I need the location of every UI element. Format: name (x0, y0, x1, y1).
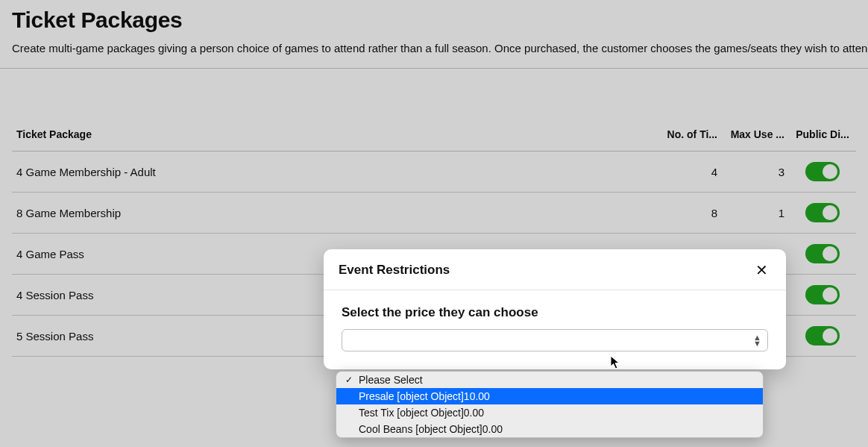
price-option[interactable]: Presale [object Object]10.00 (336, 388, 763, 404)
toggle-knob (823, 164, 837, 179)
cell-public-toggle (789, 275, 856, 316)
price-option[interactable]: ✓Please Select (336, 372, 763, 388)
cell-name: 8 Game Membership (12, 193, 662, 234)
public-toggle[interactable] (805, 326, 840, 346)
public-toggle[interactable] (805, 203, 840, 222)
page-title: Ticket Packages (12, 7, 856, 33)
modal-body: Select the price they can choose ▲▼ ✓Ple… (324, 290, 786, 369)
public-toggle[interactable] (805, 162, 840, 181)
toggle-knob (823, 205, 837, 220)
cell-public-toggle (789, 234, 856, 275)
page: Ticket Packages Create multi-game packag… (0, 0, 868, 447)
modal-header: Event Restrictions ✕ (324, 249, 786, 290)
table-row[interactable]: 4 Game Membership - Adult43 (12, 151, 856, 193)
toggle-knob (823, 328, 837, 343)
select-arrows-icon: ▲▼ (753, 334, 761, 346)
col-name[interactable]: Ticket Package (12, 121, 662, 151)
cell-max-use: 3 (722, 151, 789, 193)
public-toggle[interactable] (805, 244, 840, 263)
price-option-label: Cool Beans [object Object]0.00 (359, 423, 503, 435)
table-row[interactable]: 8 Game Membership81 (12, 193, 856, 234)
page-header: Ticket Packages Create multi-game packag… (0, 0, 868, 54)
cell-max-use: 1 (722, 193, 789, 234)
price-select-options[interactable]: ✓Please SelectPresale [object Object]10.… (336, 371, 764, 438)
col-public[interactable]: Public Di... (789, 121, 856, 151)
price-select-label: Select the price they can choose (342, 305, 768, 320)
price-option-label: Test Tix [object Object]0.00 (359, 407, 484, 419)
price-option[interactable]: Cool Beans [object Object]0.00 (336, 421, 763, 437)
table-header-row: Ticket Package No. of Ti... Max Use ... … (12, 121, 856, 151)
price-option-label: Presale [object Object]10.00 (359, 390, 490, 402)
check-icon: ✓ (344, 375, 354, 385)
price-option[interactable]: Test Tix [object Object]0.00 (336, 404, 763, 421)
page-description: Create multi-game packages giving a pers… (12, 42, 856, 54)
modal-title: Event Restrictions (339, 263, 450, 278)
cell-name: 4 Game Membership - Adult (12, 151, 662, 193)
cell-num-tickets: 4 (662, 151, 722, 193)
cell-public-toggle (789, 151, 856, 193)
toggle-knob (823, 246, 837, 261)
price-select[interactable]: ▲▼ (342, 329, 768, 351)
public-toggle[interactable] (805, 285, 840, 304)
col-max-use[interactable]: Max Use ... (722, 121, 789, 151)
toggle-knob (823, 287, 837, 302)
col-num-tickets[interactable]: No. of Ti... (662, 121, 722, 151)
cell-public-toggle (789, 316, 856, 357)
price-option-label: Please Select (359, 374, 423, 386)
close-icon[interactable]: ✕ (752, 261, 771, 279)
cell-num-tickets: 8 (662, 193, 722, 234)
cell-public-toggle (789, 193, 856, 234)
event-restrictions-modal: Event Restrictions ✕ Select the price th… (324, 249, 786, 369)
